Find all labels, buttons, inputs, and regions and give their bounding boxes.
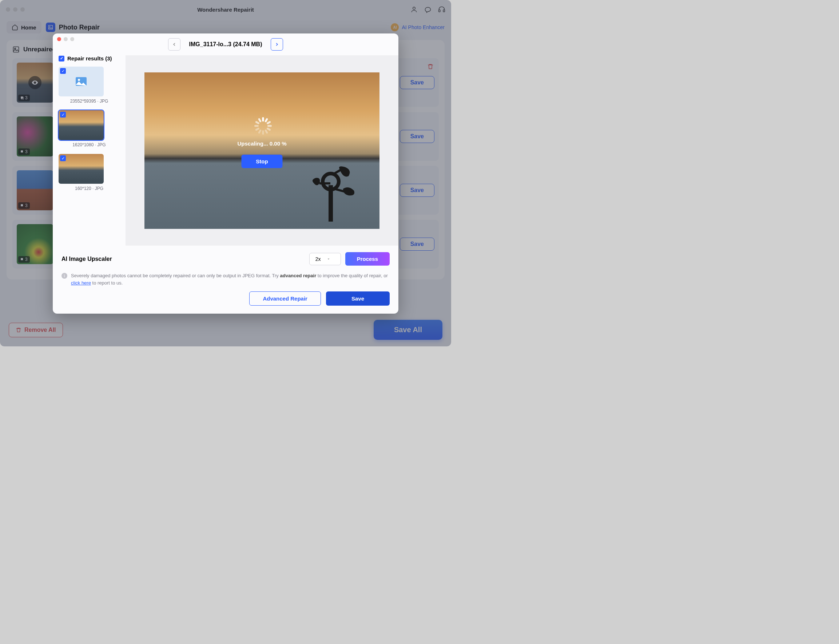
report-link[interactable]: click here xyxy=(71,280,91,286)
modal-traffic-lights xyxy=(57,37,74,41)
results-sidebar: ✓ Repair results (3) ✓ 23552*59395 · JPG… xyxy=(53,55,125,246)
checkbox-icon: ✓ xyxy=(60,155,66,161)
stop-button[interactable]: Stop xyxy=(241,154,282,168)
result-thumbnail: ✓ xyxy=(59,67,104,97)
result-thumbnail: ✓ xyxy=(59,154,104,184)
upscaler-bar: AI Image Upscaler 2x Process xyxy=(53,246,398,272)
result-item[interactable]: ✓ 23552*59395 · JPG xyxy=(59,67,120,104)
preview-modal: IMG_3117-lo...3 (24.74 MB) ✓ Repair resu… xyxy=(53,33,398,314)
modal-footer: Advanced Repair Save xyxy=(53,291,398,314)
modal-min[interactable] xyxy=(64,37,68,41)
spinner-icon xyxy=(254,118,270,134)
checkbox-icon: ✓ xyxy=(60,68,66,74)
modal-save-button[interactable]: Save xyxy=(326,291,390,306)
result-meta: 1620*1080 · JPG xyxy=(59,142,120,147)
scale-value: 2x xyxy=(315,256,321,262)
loading-overlay: Upscaling... 0.00 % Stop xyxy=(237,118,286,168)
progress-text: Upscaling... 0.00 % xyxy=(237,140,286,147)
preview-area: Upscaling... 0.00 % Stop xyxy=(125,55,398,246)
results-label: Repair results (3) xyxy=(67,55,112,61)
result-thumbnail: ✓ xyxy=(59,110,104,140)
modal-max[interactable] xyxy=(70,37,74,41)
checkbox-icon: ✓ xyxy=(60,112,66,118)
result-item[interactable]: ✓ 160*120 · JPG xyxy=(59,154,120,191)
result-meta: 23552*59395 · JPG xyxy=(59,99,120,104)
info-row: i Severely damaged photos cannot be comp… xyxy=(53,272,398,291)
info-text: Severely damaged photos cannot be comple… xyxy=(71,272,390,286)
info-icon: i xyxy=(61,273,67,279)
checkbox-icon: ✓ xyxy=(59,56,64,61)
advanced-repair-button[interactable]: Advanced Repair xyxy=(249,291,321,306)
modal-body: ✓ Repair results (3) ✓ 23552*59395 · JPG… xyxy=(53,55,398,246)
image-placeholder-icon xyxy=(73,75,89,88)
prev-arrow[interactable] xyxy=(168,38,181,51)
modal-header: IMG_3117-lo...3 (24.74 MB) xyxy=(53,33,398,55)
results-header[interactable]: ✓ Repair results (3) xyxy=(59,55,120,61)
svg-point-12 xyxy=(78,79,80,81)
chevron-down-icon xyxy=(327,257,330,261)
file-name: IMG_3117-lo...3 (24.74 MB) xyxy=(189,41,262,48)
chevron-right-icon xyxy=(274,42,279,47)
result-meta: 160*120 · JPG xyxy=(59,186,120,191)
upscaler-title: AI Image Upscaler xyxy=(61,256,112,262)
chevron-left-icon xyxy=(172,42,177,47)
sculpture-silhouette xyxy=(299,163,365,222)
modal-close[interactable] xyxy=(57,37,61,41)
scale-select[interactable]: 2x xyxy=(309,253,341,265)
svg-rect-15 xyxy=(319,182,330,184)
next-arrow[interactable] xyxy=(271,38,283,51)
process-button[interactable]: Process xyxy=(345,252,390,266)
result-item[interactable]: ✓ 1620*1080 · JPG xyxy=(59,110,120,147)
